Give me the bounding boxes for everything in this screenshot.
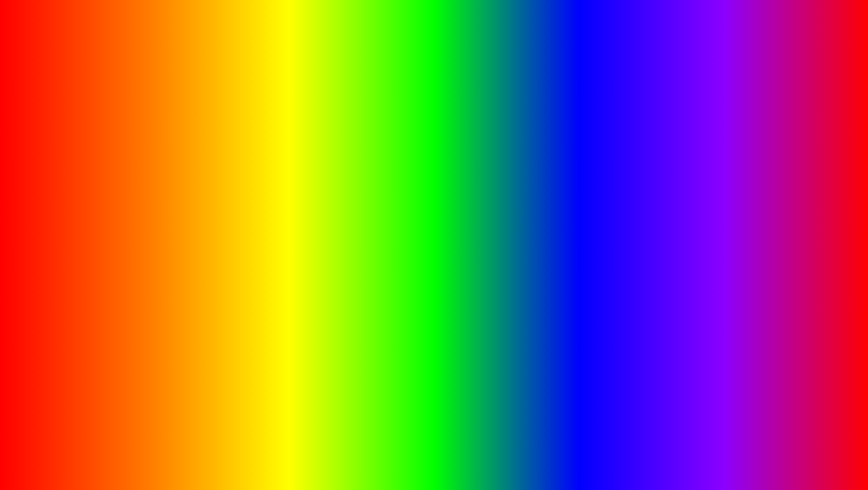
- w2-check-6[interactable]: [108, 283, 115, 290]
- distance-indicator: 🔥 180m: [309, 370, 362, 388]
- mark-400k: 400K: [375, 475, 389, 482]
- w2-rcb-1: Auto Boost Triple Damage: [219, 249, 328, 258]
- w2-rlabel-4: Auto Leave if Mod Join: [231, 281, 290, 288]
- window1-checkbox1[interactable]: [59, 185, 65, 191]
- window2-nav-farming[interactable]: • Main Farming •: [135, 188, 182, 197]
- follower-count: 93.5K: [741, 240, 759, 248]
- w2-rlabel-5: Stats Tracker: [231, 291, 265, 298]
- w2-rlabel-1: Auto Boost Triple Damage: [231, 250, 299, 257]
- window2-area-section: ||-- Area Farming --||: [107, 307, 215, 316]
- window1-nav-misc[interactable]: • Miscellaneous •: [55, 145, 103, 154]
- you-label: You: [87, 407, 104, 417]
- window2-two-col: Auto Unlock Yet Area Upgrade Yeet Egg Pr…: [107, 229, 328, 329]
- title-pet: PET: [490, 17, 640, 110]
- window1-nav-farming[interactable]: • Main Farming •: [85, 134, 132, 143]
- window1-logo[interactable]: ST: [56, 123, 63, 130]
- window1-title: Mobile - Pet Simulator X: [63, 123, 281, 130]
- fire-emoji: 🔥: [758, 227, 769, 237]
- w2-check-4[interactable]: [108, 263, 115, 269]
- bottom-pastebin: PASTEBIN: [379, 416, 570, 463]
- w2-check-7[interactable]: [108, 294, 115, 300]
- mark-500k: 500K: [479, 475, 493, 482]
- follow-stat: 👤 93.5K: [730, 240, 759, 248]
- like-pct: 91%: [711, 240, 725, 248]
- sparkle-3: ✦: [760, 156, 764, 161]
- window2-right-col: Sever Boost Triple Coins Sever Boost Tri…: [219, 229, 328, 329]
- bottom-pet: PET: [164, 416, 239, 463]
- w2-check-2[interactable]: [108, 242, 115, 248]
- w2-rcheck-1[interactable]: [221, 250, 227, 257]
- mark-700k: 700K: [688, 475, 702, 482]
- window1-close[interactable]: ✕: [281, 123, 288, 130]
- mark-800k: 800K: [793, 475, 806, 482]
- window2-nav-eggs[interactable]: • Main Eggs •: [184, 188, 224, 197]
- window2-nav-other[interactable]: • Other •: [265, 188, 292, 197]
- pet-card-info: YEET A PET! 🔥 👍 91% 👤 93.5K: [695, 223, 800, 252]
- title-yeet: YEET: [227, 17, 430, 110]
- w2-rlabel-6: Hide Coins: [231, 302, 260, 308]
- w2-cb-3: Upgrade Yeet Egg Luck: [107, 250, 215, 260]
- w2-rcheck-6[interactable]: [221, 302, 227, 308]
- game-background: (2:12) et a Pet 🔥 180m You YEET A PET ST…: [4, 4, 864, 486]
- w2-label-3: Upgrade Yeet Egg Luck: [118, 252, 180, 258]
- game-timer: (2:12): [418, 31, 450, 44]
- window1-titlebar: ST Mobile - Pet Simulator X ✕: [52, 120, 293, 133]
- window2-navbar: • Home • • Main Farming • • Main Eggs • …: [101, 187, 333, 210]
- w2-cb-2: Upgrade Yeet Egg Price: [107, 240, 215, 249]
- pet-card-stats: 👍 91% 👤 93.5K: [701, 240, 794, 248]
- bottom-overlay: YEET A PET SCRIPT PASTEBIN: [7, 421, 861, 457]
- window1-nav-eggs[interactable]: • Main Eggs •: [134, 134, 174, 143]
- progress-track: [16, 465, 852, 474]
- pet-card-title: YEET A PET! 🔥: [701, 227, 794, 238]
- w2-label-7: Auto Collect Orb Yet: [118, 293, 171, 300]
- window1-nav-pets[interactable]: • Main Pets •: [175, 134, 213, 143]
- window2-titlebar: ST Mobile - Pet Simulator X D: [101, 174, 333, 187]
- w2-rcheck-4[interactable]: [221, 281, 227, 288]
- w2-cb-6: Upgrade Yeet Orb Power: [107, 281, 215, 291]
- window2-title: Mobile - Pet Simulator X: [113, 177, 322, 184]
- follow-icon: 👤: [730, 240, 739, 248]
- w2-select-area[interactable]: Select Area: [107, 319, 215, 329]
- w2-check-1[interactable]: [108, 232, 115, 238]
- bottom-sp: [154, 416, 164, 463]
- sparkle-2: ✦: [754, 138, 758, 144]
- astronaut-character: [770, 138, 795, 181]
- w2-sever-damage: Sever Boost Triple Damage: [219, 237, 328, 246]
- window2-nav-misc[interactable]: • Miscellaneous •: [105, 199, 153, 208]
- w2-rcheck-5[interactable]: [221, 292, 227, 298]
- w2-cb-5: Upgrade Yeet Orb Reach: [107, 271, 215, 281]
- rainbow-ramp: [695, 196, 800, 223]
- progress-fill: [16, 465, 309, 474]
- w2-rcb-4: Auto Leave if Mod Join: [219, 280, 328, 289]
- sparkle-1: ✦: [740, 147, 746, 156]
- pet-card-image: ✦ ✦ ✦: [695, 134, 800, 223]
- w2-check-3[interactable]: [108, 252, 115, 258]
- window2-logo[interactable]: ST: [106, 177, 113, 184]
- like-icon: 👍: [701, 240, 710, 248]
- window1-checkbox2[interactable]: [59, 195, 65, 201]
- w2-rcb-5: Stats Tracker: [219, 290, 328, 299]
- w2-rcb-3: Collect Lootbag: [219, 269, 328, 279]
- w2-cb-7: Auto Collect Orb Yet: [107, 292, 215, 301]
- w2-rcb-2: Auto Boost Triple Coins: [219, 259, 328, 268]
- window1-nav-home[interactable]: • Home •: [55, 134, 84, 143]
- window1-nav-other[interactable]: • Other •: [215, 134, 243, 143]
- w2-label-2: Upgrade Yeet Egg Price: [118, 241, 181, 248]
- bottom-yeet: YEET: [16, 416, 116, 463]
- window2-nav-pets[interactable]: • Main Pets •: [225, 188, 263, 197]
- w2-cb-4: Upgrade Yeet Crit Chance: [107, 261, 215, 270]
- w2-cb-1: Auto Unlock Yet Area: [107, 230, 215, 239]
- w2-label-4: Upgrade Yeet Crit Chance: [118, 262, 186, 269]
- w2-super-lag: Super Lag Reduction: [219, 312, 328, 321]
- w2-rcheck-2[interactable]: [221, 261, 227, 267]
- window2-nav-home[interactable]: • Home •: [105, 188, 133, 197]
- window2-content: ||-- Event Yeet --|| Auto Unlock Yet Are…: [101, 210, 333, 332]
- w2-rcheck-3[interactable]: [221, 271, 227, 277]
- bottom-a2: A: [126, 416, 154, 463]
- game-notification: et a Pet: [655, 31, 694, 44]
- window2-discord[interactable]: D: [322, 177, 329, 184]
- bottom-script: SCRIPT: [239, 416, 379, 463]
- w2-sever-coins: Sever Boost Triple Coins: [219, 229, 328, 237]
- w2-check-5[interactable]: [108, 273, 115, 279]
- like-stat: 👍 91%: [701, 240, 725, 248]
